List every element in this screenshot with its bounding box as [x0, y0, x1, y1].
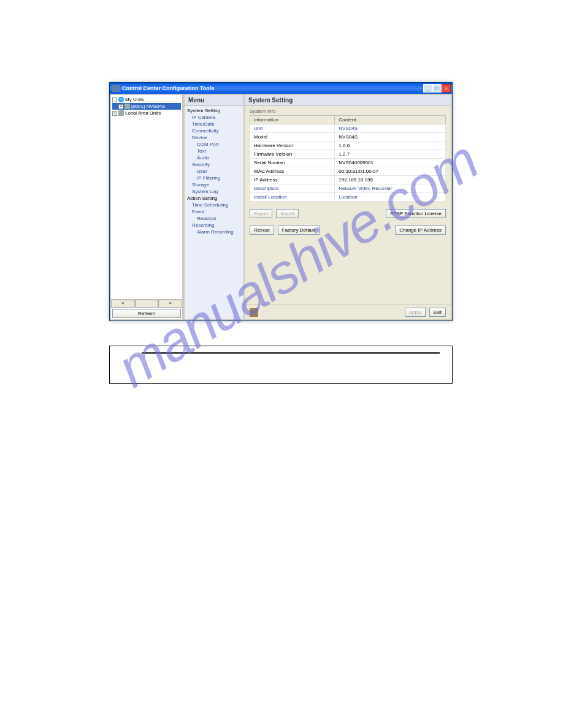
tree-my-units[interactable]: - My Units	[112, 96, 181, 103]
table-row: ModelNVS04S	[250, 133, 446, 142]
unit-tree[interactable]: - My Units + [0001] NVS04S + Local Area …	[111, 95, 182, 299]
expand-icon[interactable]: +	[118, 104, 123, 109]
info-label: IP Address	[250, 176, 335, 184]
table-row: Firmware Version1.2.7	[250, 150, 446, 159]
menu-system-log[interactable]: System Log	[187, 188, 241, 195]
table-row: Install LocationLocation	[250, 193, 446, 202]
col-content: Content	[335, 116, 446, 124]
info-label: MAC Address	[250, 167, 335, 176]
info-value: 192.168.10.198	[335, 176, 446, 184]
import-button[interactable]: Import	[276, 209, 299, 218]
info-value: Location	[335, 193, 446, 202]
menu-reaction[interactable]: Reaction	[187, 215, 241, 222]
menu-connectivity[interactable]: Connectivity	[187, 127, 241, 134]
callout-rule	[142, 352, 440, 354]
system-info-table: Information Content UnitNVS04SModelNVS04…	[250, 115, 446, 202]
minimize-button[interactable]: _	[423, 84, 432, 93]
menu-text[interactable]: Text	[187, 148, 241, 154]
menu-panel: Menu System Setting IP Camera Time/Date …	[183, 94, 245, 320]
info-label: Description	[250, 184, 335, 193]
title-bar[interactable]: Control Center Configuration Tools _ □ ×	[110, 83, 452, 94]
app-window: Control Center Configuration Tools _ □ ×…	[109, 82, 453, 321]
apply-button[interactable]: Apply	[405, 308, 426, 317]
menu-system-setting[interactable]: System Setting	[187, 107, 241, 114]
info-label: Model	[250, 133, 335, 142]
app-icon	[112, 85, 120, 92]
info-value: 1.0.0	[335, 142, 446, 150]
menu-time-scheduling[interactable]: Time Scheduling	[187, 202, 241, 208]
info-value: NVS04S	[335, 124, 446, 133]
close-button[interactable]: ×	[442, 84, 451, 93]
menu-action-setting[interactable]: Action Setting	[187, 195, 241, 202]
menu-event[interactable]: Event	[187, 208, 241, 215]
tree-unit-1[interactable]: + [0001] NVS04S	[112, 103, 181, 110]
unit-icon	[124, 104, 130, 109]
col-information: Information	[250, 116, 335, 124]
table-row: Hardware Version1.0.0	[250, 142, 446, 150]
lan-icon	[118, 110, 124, 116]
menu-security[interactable]: Security	[187, 161, 241, 168]
info-value: NVS040009001	[335, 159, 446, 167]
table-row: Serial NumberNVS040009001	[250, 159, 446, 167]
menu-header: Menu	[185, 95, 243, 106]
menu-com-port[interactable]: COM Port	[187, 141, 241, 148]
expand-icon[interactable]: +	[112, 111, 117, 116]
exit-button[interactable]: Exit	[429, 308, 446, 317]
document-callout-box	[109, 346, 453, 384]
info-value: 00:30:a1:b1:00:07	[335, 167, 446, 176]
menu-time-date[interactable]: Time/Date	[187, 121, 241, 127]
table-row: IP Address192.168.10.198	[250, 176, 446, 184]
info-label: Serial Number	[250, 159, 335, 167]
footer-icon[interactable]	[250, 308, 258, 317]
scroll-track[interactable]	[135, 300, 159, 308]
change-ip-button[interactable]: Change IP Address	[395, 226, 446, 235]
main-panel: System Setting System Info Information C…	[245, 94, 452, 320]
table-row: MAC Address00:30:a1:b1:00:07	[250, 167, 446, 176]
info-label: Unit	[250, 124, 335, 133]
menu-alarm-recording[interactable]: Alarm Recording	[187, 229, 241, 235]
maximize-button[interactable]: □	[432, 84, 442, 93]
menu-tree[interactable]: System Setting IP Camera Time/Date Conne…	[185, 106, 243, 319]
info-value: 1.2.7	[335, 150, 446, 159]
table-row: DescriptionNetwork Video Recorder	[250, 184, 446, 193]
globe-icon	[118, 97, 124, 102]
info-label: Firmware Version	[250, 150, 335, 159]
system-info-label: System Info	[250, 108, 446, 114]
export-button[interactable]: Export	[250, 209, 272, 218]
refresh-button[interactable]: Refresh	[112, 309, 181, 318]
menu-device[interactable]: Device	[187, 134, 241, 141]
scroll-left-icon[interactable]: <	[111, 300, 135, 308]
menu-user[interactable]: User	[187, 168, 241, 175]
section-header: System Setting	[245, 95, 451, 106]
factory-default-button[interactable]: Factory Default	[278, 226, 320, 235]
rtsp-license-button[interactable]: RTSP Function License	[386, 209, 446, 218]
info-label: Install Location	[250, 193, 335, 202]
menu-audio[interactable]: Audio	[187, 154, 241, 161]
table-row: UnitNVS04S	[250, 124, 446, 133]
reboot-button[interactable]: Reboot	[250, 226, 274, 235]
menu-recording[interactable]: Recording	[187, 222, 241, 229]
tree-lan-units[interactable]: + Local Area Units	[112, 110, 181, 116]
menu-ip-camera[interactable]: IP Camera	[187, 114, 241, 121]
tree-scrollbar[interactable]: < >	[111, 299, 182, 308]
info-label: Hardware Version	[250, 142, 335, 150]
menu-ip-filtering[interactable]: IP Filtering	[187, 175, 241, 181]
window-title: Control Center Configuration Tools	[122, 85, 423, 91]
scroll-right-icon[interactable]: >	[158, 300, 182, 308]
unit-tree-panel: - My Units + [0001] NVS04S + Local Area …	[110, 94, 183, 320]
collapse-icon[interactable]: -	[112, 97, 117, 102]
footer-bar: Apply Exit	[245, 305, 451, 319]
info-value: NVS04S	[335, 133, 446, 142]
info-value: Network Video Recorder	[335, 184, 446, 193]
menu-storage[interactable]: Storage	[187, 181, 241, 188]
